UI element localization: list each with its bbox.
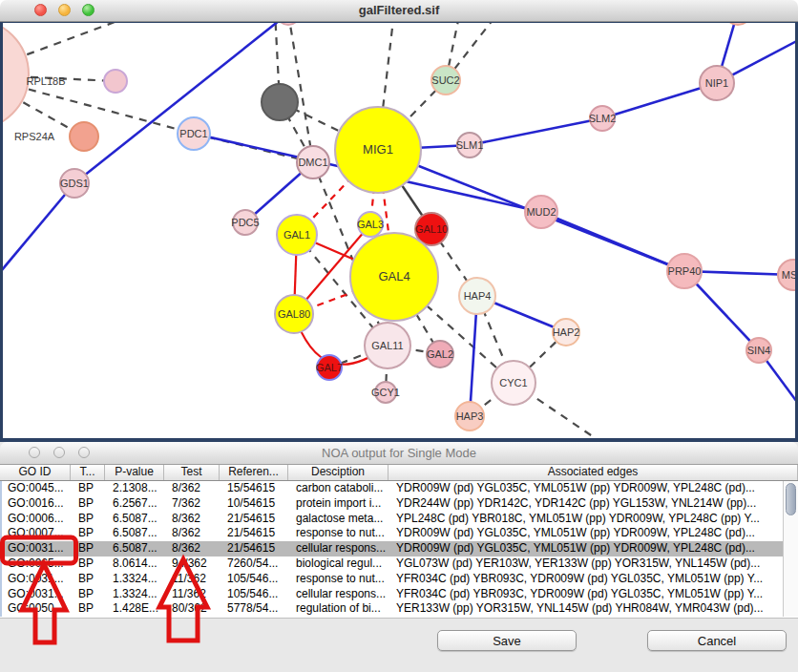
node-label: RPL18B bbox=[27, 75, 66, 87]
table-cell: 8/362 bbox=[166, 541, 221, 556]
table-cell: GO:0031... bbox=[2, 572, 73, 587]
table-cell: GO:0007... bbox=[2, 526, 73, 541]
column-header[interactable]: P-value bbox=[105, 465, 164, 480]
table-cell: YDR009W (pd) YGL035C, YML051W (pp) YDR00… bbox=[390, 541, 783, 556]
table-cell: YFR034C (pd) YBR093C, YDR009W (pd) YGL03… bbox=[390, 572, 783, 587]
table-cell: 7/362 bbox=[166, 496, 221, 512]
node-label: GAL4 bbox=[378, 269, 410, 284]
node-TOP1[interactable] bbox=[277, 23, 300, 25]
table-cell: 105/546... bbox=[221, 572, 290, 587]
node-label: SLM2 bbox=[589, 113, 617, 124]
table-row[interactable]: GO:0006...BP6.5087...8/36221/54615galact… bbox=[2, 512, 783, 527]
table-cell: YFR034C (pd) YBR093C, YDR009W (pd) YGL03… bbox=[390, 587, 783, 602]
table-row[interactable]: GO:0031...BP1.3324...11/362105/546...res… bbox=[2, 572, 783, 587]
table-cell: GO:0031... bbox=[2, 541, 73, 556]
noa-titlebar[interactable]: NOA output for Single Mode bbox=[0, 442, 798, 465]
noa-close-button[interactable] bbox=[29, 447, 40, 458]
node-label: PDC1 bbox=[179, 128, 207, 139]
table-cell: 94/362 bbox=[166, 556, 221, 572]
column-header[interactable]: Associated edges bbox=[388, 465, 798, 480]
table-cell: regulation of bi... bbox=[290, 601, 390, 617]
table-header-row: GO IDT...P-valueTestReferen...Desciption… bbox=[0, 465, 798, 481]
close-button[interactable] bbox=[34, 4, 47, 16]
table-body: GO:0045...BP2.1308...8/36215/54615carbon… bbox=[0, 481, 783, 617]
table-cell: response to nut... bbox=[290, 572, 390, 587]
table-row[interactable]: GO:0045...BP2.1308...8/36215/54615carbon… bbox=[2, 481, 783, 496]
vertical-scrollbar[interactable] bbox=[783, 481, 798, 617]
network-window: galFiltered.sif RPL18BRPS24AGDS1PDC1DMC1… bbox=[0, 0, 798, 442]
node-label: SUC2 bbox=[431, 74, 459, 86]
table-cell: GO:0016... bbox=[2, 496, 73, 512]
table-cell: 15/54615 bbox=[221, 481, 290, 496]
node-label: NIP1 bbox=[705, 77, 728, 89]
node-label: MSN bbox=[782, 269, 795, 281]
table-cell: BP bbox=[73, 512, 107, 527]
column-header[interactable]: Desciption bbox=[288, 465, 388, 480]
save-button[interactable]: Save bbox=[437, 630, 577, 651]
table-cell: 6.2567... bbox=[107, 496, 166, 512]
network-canvas[interactable]: RPL18BRPS24AGDS1PDC1DMC1MIG1SUC2SLM1SLM2… bbox=[0, 22, 798, 442]
node-RPS24A[interactable] bbox=[70, 122, 98, 151]
table-cell: GO:0050... bbox=[2, 601, 73, 617]
node-GRAY1[interactable] bbox=[262, 84, 298, 120]
node-label: GAL11 bbox=[371, 340, 403, 351]
node-label: RPS24A bbox=[14, 131, 55, 142]
table-cell: BP bbox=[73, 526, 107, 541]
node-label: GAL7 bbox=[316, 362, 343, 373]
table-cell: 8/362 bbox=[166, 481, 221, 496]
column-header[interactable]: T... bbox=[71, 465, 105, 480]
node-TOP2[interactable] bbox=[724, 23, 751, 25]
node-label: HAP2 bbox=[553, 326, 580, 338]
column-header[interactable]: GO ID bbox=[0, 465, 71, 480]
node-label: GCY1 bbox=[371, 387, 400, 398]
table-cell: YPL248C (pd) YBR018C, YML051W (pp) YDR00… bbox=[390, 512, 783, 527]
table-cell: GO:0065... bbox=[2, 556, 73, 572]
table-cell: GO:0045... bbox=[2, 481, 73, 496]
network-window-titlebar[interactable]: galFiltered.sif bbox=[0, 0, 798, 22]
zoom-button[interactable] bbox=[82, 4, 94, 16]
node-label: GAL80 bbox=[278, 308, 310, 320]
scrollbar-thumb[interactable] bbox=[786, 483, 796, 515]
node-label: GAL1 bbox=[284, 229, 310, 241]
node-label: HAP4 bbox=[464, 290, 492, 302]
table-cell: 8/362 bbox=[166, 526, 221, 541]
table-row[interactable]: GO:0031...BP6.5087...8/36221/54615cellul… bbox=[2, 541, 783, 556]
column-header[interactable]: Referen... bbox=[220, 465, 288, 480]
table-cell: BP bbox=[73, 601, 107, 617]
node-BIGPINK[interactable] bbox=[3, 23, 29, 130]
node-label: MIG1 bbox=[363, 142, 393, 157]
noa-zoom-button[interactable] bbox=[78, 447, 90, 458]
node-label: PRP40 bbox=[668, 265, 702, 277]
node-label: DMC1 bbox=[298, 157, 327, 168]
table-cell: 21/54615 bbox=[221, 512, 290, 527]
node-label: PDC5 bbox=[231, 217, 259, 228]
table-row[interactable]: GO:0065...BP8.0614...94/3627260/54...bio… bbox=[2, 556, 783, 572]
column-header[interactable]: Test bbox=[164, 465, 220, 480]
table-cell: YDR009W (pd) YGL035C, YML051W (pp) YDR00… bbox=[390, 526, 783, 541]
table-cell: galactose meta... bbox=[290, 512, 390, 527]
table-cell: 11/362 bbox=[166, 572, 221, 587]
table-cell: 6.5087... bbox=[107, 512, 166, 527]
table-cell: 11/362 bbox=[166, 587, 221, 602]
table-cell: BP bbox=[73, 556, 107, 572]
table-cell: GO:0006... bbox=[2, 512, 73, 527]
network-svg: RPL18BRPS24AGDS1PDC1DMC1MIG1SUC2SLM1SLM2… bbox=[3, 23, 795, 438]
node-RPL18B[interactable] bbox=[104, 70, 127, 93]
minimize-button[interactable] bbox=[58, 4, 71, 16]
edge-pp bbox=[74, 23, 288, 183]
table-cell: cellular respons... bbox=[290, 587, 390, 602]
node-label: SIN4 bbox=[747, 345, 770, 356]
table-cell: 6.5087... bbox=[107, 541, 166, 556]
table-cell: 8.0614... bbox=[107, 556, 166, 572]
noa-minimize-button[interactable] bbox=[53, 447, 65, 458]
cancel-button[interactable]: Cancel bbox=[647, 630, 787, 651]
node-label: GAL3 bbox=[357, 219, 384, 230]
table-row[interactable]: GO:0016...BP6.2567...7/36210/54615protei… bbox=[2, 496, 783, 512]
table-cell: YGL073W (pd) YER103W, YER133W (pp) YOR31… bbox=[390, 556, 783, 572]
table-row[interactable]: GO:0007...BP6.5087...8/36221/54615respon… bbox=[2, 526, 783, 541]
table-cell: biological regul... bbox=[290, 556, 390, 572]
table-cell: 105/546... bbox=[221, 587, 290, 602]
table-row[interactable]: GO:0031...BP1.3324...11/362105/546...cel… bbox=[2, 587, 783, 602]
table-cell: BP bbox=[73, 496, 107, 512]
table-row[interactable]: GO:0050...BP1.428E...80/3625778/54...reg… bbox=[2, 601, 783, 617]
